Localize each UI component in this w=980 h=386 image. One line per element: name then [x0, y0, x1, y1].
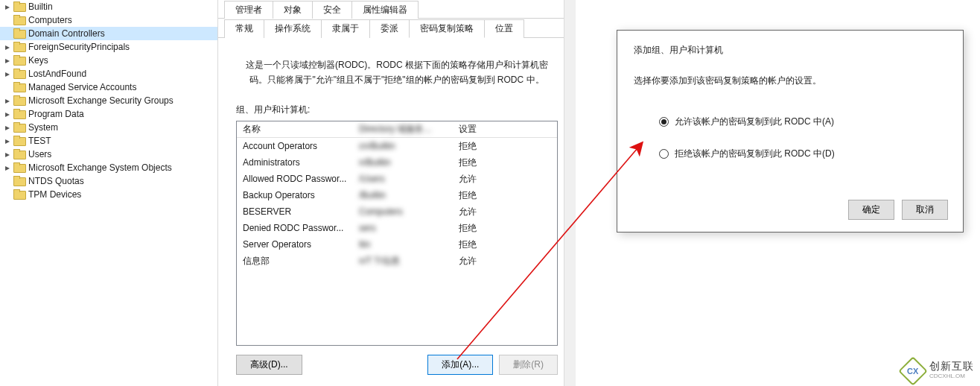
- watermark-text-en: CDCXHL.OM: [929, 371, 974, 381]
- tree-label: Keys: [28, 54, 48, 67]
- folder-icon: [13, 109, 25, 119]
- folder-icon: [13, 28, 25, 39]
- col-directory[interactable]: Directory 域服务...: [359, 123, 459, 136]
- col-name[interactable]: 名称: [243, 123, 359, 136]
- caret-right-icon: ▸: [3, 110, 12, 118]
- folder-icon: [13, 82, 25, 92]
- folder-icon: [13, 189, 25, 200]
- radio-allow[interactable]: 允许该帐户的密码复制到此 RODC 中(A): [659, 116, 946, 128]
- tree-item[interactable]: ▸ Builtin: [0, 0, 217, 13]
- dialog-subtitle: 选择你要添加到该密码复制策略的帐户的设置。: [634, 75, 946, 87]
- list-row[interactable]: Allowed RODC Passwor... /Users 允许: [237, 171, 557, 187]
- tree-item[interactable]: ▸ System: [0, 121, 217, 134]
- tab-row-2: 常规 操作系统 隶属于 委派 密码复制策略 位置: [218, 19, 576, 38]
- nav-tree[interactable]: ▸ Builtin ▸ Computers ▸ Domain Controlle…: [0, 0, 218, 386]
- section-label: 组、用户和计算机:: [236, 104, 558, 116]
- radio-deny[interactable]: 拒绝该帐户的密码复制到此 RODC 中(D): [659, 148, 946, 160]
- caret-right-icon: ▸: [3, 136, 12, 145]
- cell-name: Server Operators: [243, 239, 359, 250]
- tree-label: TEST: [28, 134, 51, 148]
- cell-name: Allowed RODC Passwor...: [243, 174, 359, 184]
- ok-button[interactable]: 确定: [848, 200, 894, 220]
- cell-dir: ltin: [359, 239, 459, 250]
- cell-dir: /Users: [359, 174, 459, 184]
- tab-general[interactable]: 常规: [224, 19, 264, 38]
- tree-item[interactable]: ▸ Microsoft Exchange System Objects: [0, 161, 217, 174]
- tab-memberof[interactable]: 隶属于: [321, 19, 370, 38]
- cell-name: Account Operators: [243, 141, 359, 151]
- tree-label: Users: [28, 148, 51, 161]
- cell-dir: n/T T/信息: [359, 255, 459, 268]
- tree-item[interactable]: ▸ Users: [0, 148, 217, 161]
- tree-item[interactable]: ▸ Computers: [0, 13, 217, 27]
- tree-label: ForeignSecurityPrincipals: [28, 40, 130, 54]
- cell-dir: sers: [359, 223, 459, 233]
- radio-icon: [659, 149, 669, 159]
- caret-right-icon: ▸: [3, 123, 12, 132]
- tab-object[interactable]: 对象: [273, 1, 313, 19]
- tab-managed-by[interactable]: 管理者: [224, 1, 273, 19]
- advanced-button[interactable]: 高级(D)...: [236, 355, 302, 375]
- caret-right-icon: ▸: [3, 2, 12, 11]
- folder-icon: [13, 42, 25, 52]
- spacer: [308, 355, 422, 375]
- caret-right-icon: ▸: [3, 69, 12, 78]
- tree-item[interactable]: ▸ ForeignSecurityPrincipals: [0, 40, 217, 54]
- folder-icon: [13, 149, 25, 159]
- desc-line: 这是一个只读域控制器(RODC)。RODC 根据下面的策略存储用户和计算机密: [246, 60, 548, 70]
- folder-icon: [13, 55, 25, 66]
- radio-icon: [659, 117, 669, 127]
- cancel-button[interactable]: 取消: [902, 200, 948, 220]
- col-setting[interactable]: 设置: [459, 123, 551, 136]
- tab-delegation[interactable]: 委派: [369, 19, 410, 38]
- cell-set: 拒绝: [459, 238, 551, 251]
- cell-name: Backup Operators: [243, 190, 359, 200]
- caret-right-icon: ▸: [3, 96, 12, 105]
- tree-item[interactable]: ▸ LostAndFound: [0, 67, 217, 80]
- radio-label: 允许该帐户的密码复制到此 RODC 中(A): [675, 116, 834, 128]
- cell-name: Administrators: [243, 157, 359, 168]
- add-button[interactable]: 添加(A)...: [427, 355, 493, 375]
- list-row[interactable]: BESERVER Computers 允许: [237, 203, 557, 220]
- list-row[interactable]: 信息部 n/T T/信息 允许: [237, 253, 557, 269]
- list-header: 名称 Directory 域服务... 设置: [237, 121, 557, 138]
- tab-body: 这是一个只读域控制器(RODC)。RODC 根据下面的策略存储用户和计算机密 码…: [218, 38, 576, 375]
- tree-item[interactable]: ▸ Keys: [0, 54, 217, 67]
- list-row[interactable]: Administrators n/Builtin 拒绝: [237, 154, 557, 171]
- tab-os[interactable]: 操作系统: [264, 19, 322, 38]
- tree-label: Computers: [28, 13, 72, 27]
- tree-item[interactable]: ▸ Microsoft Exchange Security Groups: [0, 94, 217, 107]
- tree-label: System: [28, 121, 58, 134]
- cell-set: 允许: [459, 206, 551, 218]
- caret-right-icon: ▸: [3, 56, 12, 65]
- tree-item[interactable]: ▸ NTDS Quotas: [0, 174, 217, 188]
- tree-item-selected[interactable]: ▸ Domain Controllers: [0, 27, 217, 40]
- tree-item[interactable]: ▸ Program Data: [0, 107, 217, 121]
- tree-item[interactable]: ▸ TPM Devices: [0, 188, 217, 201]
- remove-button: 删除(R): [499, 355, 558, 375]
- tree-item[interactable]: ▸ Managed Service Accounts: [0, 80, 217, 94]
- accounts-listbox[interactable]: 名称 Directory 域服务... 设置 Account Operators…: [236, 121, 558, 346]
- tab-password-replication-policy[interactable]: 密码复制策略: [409, 19, 485, 38]
- tree-label: Program Data: [28, 107, 84, 121]
- folder-icon: [13, 15, 25, 25]
- tree-label: NTDS Quotas: [28, 174, 84, 188]
- list-row[interactable]: Server Operators ltin 拒绝: [237, 236, 557, 253]
- tab-security[interactable]: 安全: [312, 1, 352, 19]
- folder-icon: [13, 95, 25, 106]
- policy-description: 这是一个只读域控制器(RODC)。RODC 根据下面的策略存储用户和计算机密 码…: [236, 57, 558, 87]
- cell-name: BESERVER: [243, 206, 359, 217]
- cell-set: 拒绝: [459, 156, 551, 169]
- watermark-logo-icon: CX: [898, 356, 928, 386]
- list-row[interactable]: Backup Operators /Builtin 拒绝: [237, 187, 557, 203]
- dialog-title: 添加组、用户和计算机: [634, 44, 946, 57]
- tab-location[interactable]: 位置: [484, 19, 524, 38]
- tree-label: Builtin: [28, 0, 53, 13]
- caret-right-icon: ▸: [3, 150, 12, 159]
- scrollbar[interactable]: [564, 0, 576, 386]
- tree-item[interactable]: ▸ TEST: [0, 134, 217, 148]
- tab-attribute-editor[interactable]: 属性编辑器: [351, 1, 419, 19]
- list-row[interactable]: Account Operators cn/Builtin 拒绝: [237, 138, 557, 154]
- cell-dir: Computers: [359, 206, 459, 217]
- list-row[interactable]: Denied RODC Passwor... sers 拒绝: [237, 220, 557, 236]
